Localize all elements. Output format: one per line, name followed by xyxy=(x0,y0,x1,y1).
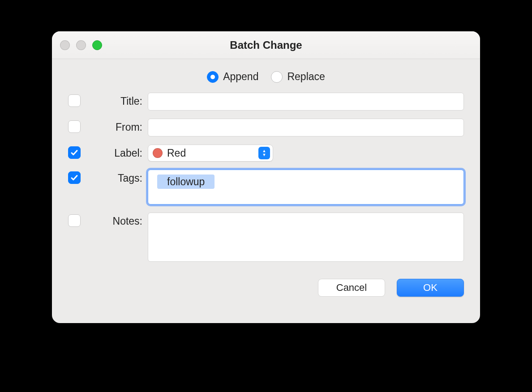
field-grid: Title: From: Label: xyxy=(68,93,464,270)
radio-label: Replace xyxy=(287,71,325,83)
title-label: Title: xyxy=(89,93,142,111)
notes-checkbox[interactable] xyxy=(68,214,81,227)
ok-button[interactable]: OK xyxy=(397,279,464,297)
close-icon[interactable] xyxy=(60,40,70,50)
window-controls xyxy=(60,31,102,59)
radio-icon xyxy=(207,71,219,83)
minimize-icon[interactable] xyxy=(76,40,86,50)
mode-radio-group: Append Replace xyxy=(68,71,464,83)
color-swatch-icon xyxy=(153,148,163,158)
cancel-button[interactable]: Cancel xyxy=(318,279,385,297)
from-input[interactable] xyxy=(148,119,464,136)
zoom-icon[interactable] xyxy=(92,40,102,50)
tags-label: Tags: xyxy=(89,170,142,205)
tags-chips: followup xyxy=(153,170,459,193)
title-input[interactable] xyxy=(148,93,464,111)
tags-checkbox[interactable] xyxy=(68,171,81,184)
radio-icon xyxy=(271,71,283,83)
label-label: Label: xyxy=(89,145,142,162)
title-checkbox[interactable] xyxy=(68,94,81,107)
label-select[interactable]: Red xyxy=(148,145,273,162)
mode-replace[interactable]: Replace xyxy=(271,71,325,83)
notes-label: Notes: xyxy=(89,213,142,262)
radio-label: Append xyxy=(223,71,258,83)
dialog-body: Append Replace Title: From: xyxy=(52,59,480,307)
label-select-value: Red xyxy=(167,147,186,159)
label-checkbox[interactable] xyxy=(68,146,81,159)
from-checkbox[interactable] xyxy=(68,120,81,133)
mode-append[interactable]: Append xyxy=(207,71,258,83)
tag-chip[interactable]: followup xyxy=(157,175,215,189)
tags-input[interactable]: followup xyxy=(148,170,464,205)
dialog-window: Batch Change Append Replace Title: xyxy=(52,31,480,323)
titlebar: Batch Change xyxy=(52,31,480,59)
dialog-footer: Cancel OK xyxy=(68,279,464,297)
notes-input[interactable] xyxy=(148,213,464,262)
from-label: From: xyxy=(89,119,142,136)
chevron-up-down-icon xyxy=(258,147,270,159)
dialog-title: Batch Change xyxy=(230,39,302,51)
